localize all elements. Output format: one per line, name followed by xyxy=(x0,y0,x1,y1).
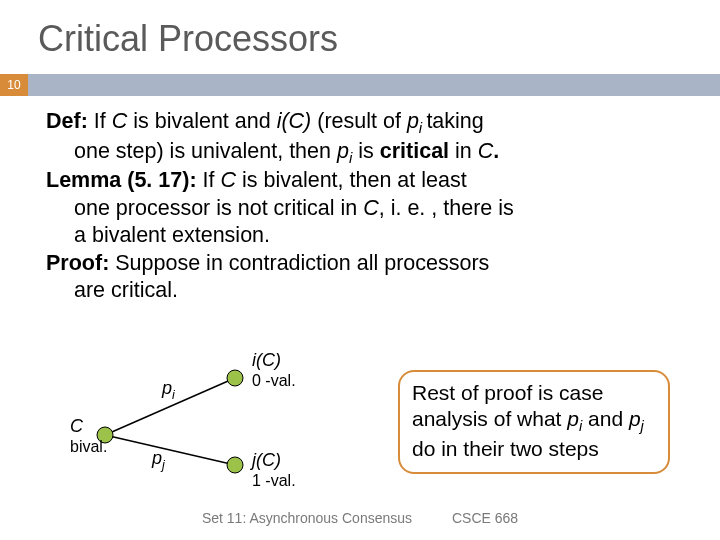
t: one step) is univalent, then xyxy=(74,139,337,163)
t: p xyxy=(629,407,641,430)
t: Suppose in contradiction all processors xyxy=(109,251,489,275)
diagram-pj-label: pj xyxy=(152,448,165,472)
t: are critical. xyxy=(46,277,680,305)
t: in xyxy=(449,139,478,163)
footer-right: CSCE 668 xyxy=(452,510,518,526)
t: is bivalent, then at least xyxy=(236,168,467,192)
svg-point-3 xyxy=(227,370,243,386)
accent-bar xyxy=(28,74,720,96)
t: (result of xyxy=(311,109,407,133)
t: j(C) xyxy=(252,450,281,470)
page-number: 10 xyxy=(0,74,28,96)
t: i xyxy=(172,388,175,402)
svg-line-1 xyxy=(105,435,235,465)
def-label: Def: xyxy=(46,109,88,133)
callout-box: Rest of proof is case analysis of what p… xyxy=(398,370,670,474)
diagram-0val-label: 0 -val. xyxy=(252,372,296,390)
diagram-jc-label: j(C) xyxy=(252,450,281,471)
lemma-label: Lemma (5. 17): xyxy=(46,168,197,192)
t: p xyxy=(567,407,579,430)
t: C xyxy=(478,139,494,163)
footer: Set 11: Asynchronous Consensus CSCE 668 xyxy=(0,510,720,526)
diagram-1val-label: 1 -val. xyxy=(252,472,296,490)
t: i(C) xyxy=(252,350,281,370)
t: j xyxy=(162,458,165,472)
svg-point-4 xyxy=(227,457,243,473)
t: is bivalent and xyxy=(127,109,276,133)
t: p xyxy=(162,378,172,398)
t: If xyxy=(88,109,112,133)
t: a bivalent extension. xyxy=(46,222,680,250)
t: one processor is not critical in xyxy=(74,196,363,220)
t: , i. e. , there is xyxy=(379,196,514,220)
t: taking xyxy=(426,109,483,133)
t: C xyxy=(70,416,83,436)
diagram-ic-label: i(C) xyxy=(252,350,281,371)
t: p xyxy=(337,139,349,163)
body-text: Def: If C is bivalent and i(C) (result o… xyxy=(0,96,720,305)
footer-left: Set 11: Asynchronous Consensus xyxy=(202,510,412,526)
proof-diagram: C bival. pi pj i(C) 0 -val. j(C) 1 -val. xyxy=(70,360,340,490)
t: C xyxy=(112,109,128,133)
diagram-bival-label: bival. xyxy=(70,438,107,456)
t: C xyxy=(363,196,379,220)
t: p xyxy=(407,109,419,133)
t: . xyxy=(493,139,499,163)
header-bar: 10 xyxy=(0,74,720,96)
t: p xyxy=(152,448,162,468)
diagram-svg xyxy=(70,360,340,490)
proof-label: Proof: xyxy=(46,251,109,275)
t: If xyxy=(197,168,221,192)
diagram-c-label: C xyxy=(70,416,83,437)
t: is xyxy=(352,139,379,163)
t: C xyxy=(220,168,236,192)
slide-title: Critical Processors xyxy=(0,0,720,74)
diagram-pi-label: pi xyxy=(162,378,175,402)
t: j xyxy=(641,418,644,434)
t: and xyxy=(582,407,629,430)
t: do in their two steps xyxy=(412,437,599,460)
t: critical xyxy=(380,139,449,163)
t: i(C) xyxy=(277,109,312,133)
